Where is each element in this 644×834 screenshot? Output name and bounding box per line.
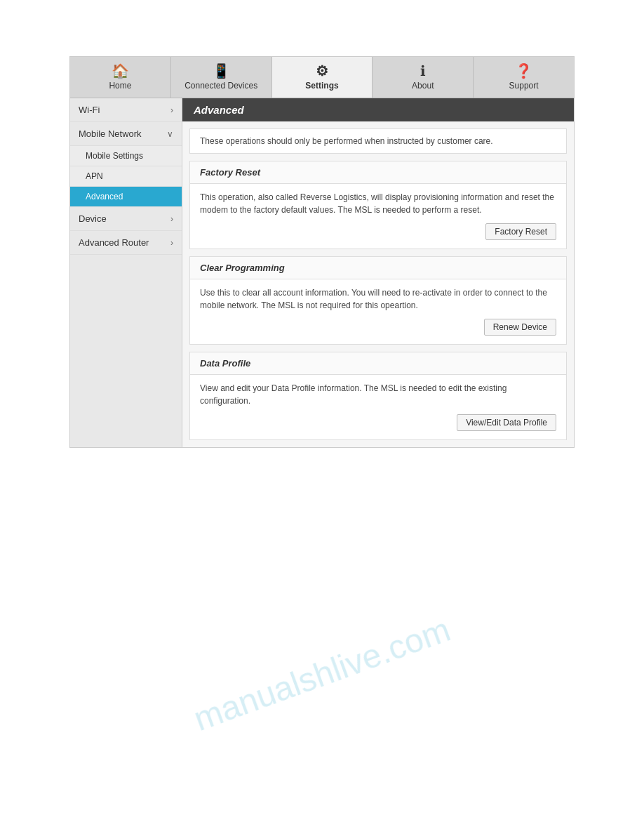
chevron-right-icon-router: › <box>170 238 173 248</box>
nav-support[interactable]: ❓ Support <box>474 57 574 98</box>
data-profile-action: View/Edit Data Profile <box>200 414 556 431</box>
home-icon: 🏠 <box>112 64 129 78</box>
sidebar-advanced-label: Advanced <box>86 192 123 201</box>
sidebar-device-label: Device <box>79 213 107 224</box>
nav-about[interactable]: ℹ About <box>373 57 474 98</box>
factory-reset-section: Factory Reset This operation, also calle… <box>189 161 567 249</box>
factory-reset-action: Factory Reset <box>200 223 556 240</box>
nav-connected-devices-label: Connected Devices <box>185 81 257 91</box>
app-container: 🏠 Home 📱 Connected Devices ⚙ Settings ℹ … <box>69 56 575 448</box>
sidebar-mobile-settings-label: Mobile Settings <box>86 151 143 161</box>
chevron-right-icon: › <box>170 105 173 115</box>
data-profile-header: Data Profile <box>190 352 566 375</box>
support-icon: ❓ <box>515 64 532 78</box>
sidebar-item-wifi[interactable]: Wi-Fi › <box>70 98 182 122</box>
about-icon: ℹ <box>420 64 426 78</box>
clear-programming-header: Clear Programming <box>190 257 566 279</box>
clear-programming-action: Renew Device <box>200 319 556 336</box>
sidebar-item-mobile-network[interactable]: Mobile Network ∨ <box>70 122 182 146</box>
view-edit-data-profile-button[interactable]: View/Edit Data Profile <box>457 414 556 431</box>
notice-text: These operations should only be performe… <box>200 136 493 146</box>
factory-reset-desc: This operation, also called Reverse Logi… <box>200 191 556 216</box>
nav-home-label: Home <box>109 81 131 91</box>
settings-icon: ⚙ <box>316 64 328 78</box>
chevron-down-icon: ∨ <box>167 129 173 139</box>
content-header: Advanced <box>182 98 574 121</box>
clear-programming-body: Use this to clear all account informatio… <box>190 279 566 344</box>
main-area: Wi-Fi › Mobile Network ∨ Mobile Settings… <box>70 98 574 447</box>
sidebar-item-advanced[interactable]: Advanced <box>70 187 182 207</box>
sidebar-mobile-network-label: Mobile Network <box>79 128 142 139</box>
sidebar-item-apn[interactable]: APN <box>70 166 182 187</box>
content-panel: Advanced These operations should only be… <box>182 98 574 447</box>
factory-reset-button[interactable]: Factory Reset <box>485 223 556 240</box>
renew-device-button[interactable]: Renew Device <box>484 319 556 336</box>
clear-programming-desc: Use this to clear all account informatio… <box>200 286 556 312</box>
sidebar: Wi-Fi › Mobile Network ∨ Mobile Settings… <box>70 98 182 447</box>
data-profile-section: Data Profile View and edit your Data Pro… <box>189 352 567 440</box>
connected-devices-icon: 📱 <box>213 64 230 78</box>
clear-programming-section: Clear Programming Use this to clear all … <box>189 256 567 345</box>
data-profile-body: View and edit your Data Profile informat… <box>190 375 566 439</box>
sidebar-item-device[interactable]: Device › <box>70 207 182 231</box>
sidebar-apn-label: APN <box>86 171 103 181</box>
nav-about-label: About <box>412 81 434 91</box>
factory-reset-body: This operation, also called Reverse Logi… <box>190 184 566 249</box>
chevron-right-icon-device: › <box>170 214 173 224</box>
nav-home[interactable]: 🏠 Home <box>70 57 171 98</box>
nav-connected-devices[interactable]: 📱 Connected Devices <box>171 57 272 98</box>
sidebar-item-mobile-settings[interactable]: Mobile Settings <box>70 146 182 166</box>
sidebar-wifi-label: Wi-Fi <box>79 105 100 115</box>
nav-settings-label: Settings <box>305 81 338 91</box>
sidebar-item-advanced-router[interactable]: Advanced Router › <box>70 231 182 255</box>
nav-support-label: Support <box>509 81 539 91</box>
factory-reset-header: Factory Reset <box>190 161 566 184</box>
nav-settings[interactable]: ⚙ Settings <box>272 57 373 98</box>
sidebar-advanced-router-label: Advanced Router <box>79 237 149 248</box>
data-profile-desc: View and edit your Data Profile informat… <box>200 382 556 407</box>
top-nav: 🏠 Home 📱 Connected Devices ⚙ Settings ℹ … <box>70 57 574 98</box>
